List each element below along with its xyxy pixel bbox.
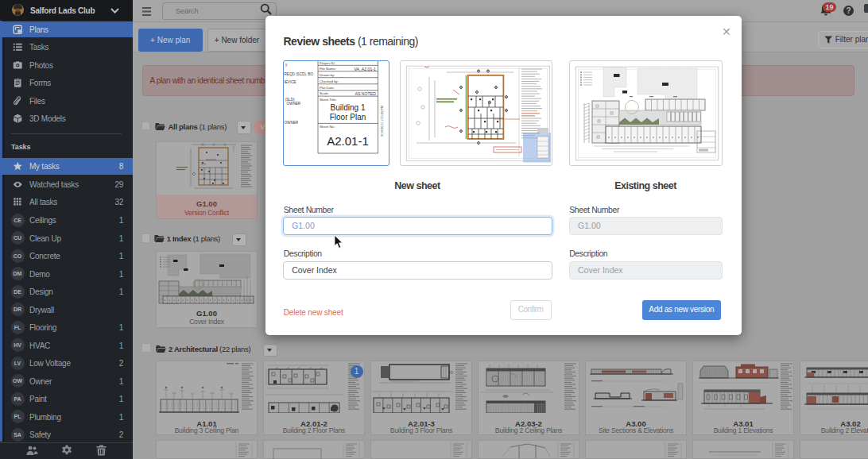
svg-text:REQD (SCD), BO: REQD (SCD), BO xyxy=(285,72,314,76)
svg-text:Plot Date:: Plot Date: xyxy=(320,86,335,90)
svg-text:VA_A2.01-1: VA_A2.01-1 xyxy=(354,67,376,71)
svg-text:Checked by:: Checked by: xyxy=(320,79,339,83)
svg-text:AS NOTED: AS NOTED xyxy=(355,91,376,96)
svg-text:Sheet No.:: Sheet No.: xyxy=(320,125,335,129)
svg-text:Sheet Title:: Sheet Title: xyxy=(320,98,337,102)
svg-text:IEVICE: IEVICE xyxy=(285,80,296,84)
svg-text:File Name:: File Name: xyxy=(320,67,336,71)
svg-text:Building 1: Building 1 xyxy=(331,103,366,112)
svg-text:Scale:: Scale: xyxy=(320,91,329,95)
svg-text:2/18/2015 1:55:26 PM: 2/18/2015 1:55:26 PM xyxy=(380,106,384,137)
svg-text:A2.01-1: A2.01-1 xyxy=(327,134,369,148)
svg-text:OWNER: OWNER xyxy=(287,102,301,106)
svg-text:OWNER: OWNER xyxy=(285,121,299,125)
svg-text:y: y xyxy=(285,63,288,67)
svg-text:Project ID:: Project ID: xyxy=(320,61,335,65)
svg-text:Drawn by:: Drawn by: xyxy=(320,73,335,77)
svg-text:Floor Plan: Floor Plan xyxy=(330,113,366,122)
